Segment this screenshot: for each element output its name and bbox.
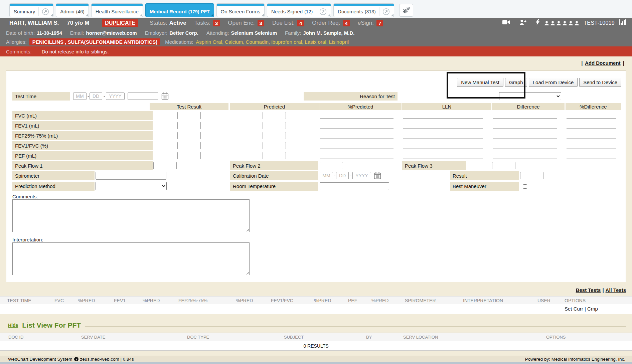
fvc-test-result-input[interactable] (177, 112, 201, 119)
load-from-device-button[interactable]: Load From Device (529, 78, 578, 87)
results-table-header: TEST TIME FVC %PRED FEV1 %PRED FEF25%-75… (0, 296, 632, 304)
due-list-badge[interactable]: 4 (297, 20, 304, 26)
patient-header: HART, WILLIAM S. 70 y/o M DUPLICATE Stat… (0, 18, 632, 46)
calendar-icon[interactable] (161, 92, 169, 100)
tab-medical-record[interactable]: Medical Record (179):PFT (145, 3, 214, 17)
add-document-link[interactable]: Add Document (585, 60, 621, 66)
list-column-doc-type[interactable]: DOC TYPE (187, 335, 209, 340)
fef-test-result-input[interactable] (177, 132, 201, 139)
user-group[interactable] (544, 21, 579, 26)
station-id: TEST-10019 (584, 20, 615, 26)
peak-flow-1-input[interactable] (153, 162, 177, 169)
test-time-mm-input[interactable] (73, 93, 87, 100)
list-view-column-header: DOC ID SERV DATE DOC TYPE SUBJECT BY SER… (0, 333, 632, 341)
pef-predicted-input[interactable] (263, 152, 286, 159)
blank-field (567, 149, 616, 149)
footer: WebChart Development System zeus.med-web… (0, 356, 632, 362)
blank-field (403, 139, 483, 139)
chart-icon[interactable] (619, 19, 626, 27)
employer-value: Better Corp. (169, 30, 198, 36)
footer-powered-by: Powered by: Medical Informatics Engineer… (525, 357, 625, 362)
allergies-badge[interactable]: PENICILLINS , SULFA(SULFONAMIDE ANTIBIOT… (29, 38, 160, 45)
test-time-yyyy-input[interactable] (106, 93, 125, 100)
tab-label: On Screen Forms (221, 9, 260, 14)
person-icon (574, 21, 579, 26)
blank-field (493, 159, 557, 159)
tab-summary[interactable]: Summary (9, 3, 53, 17)
list-column-serv-location[interactable]: SERV LOCATION (403, 335, 438, 340)
calibration-dd-input[interactable] (336, 172, 349, 179)
open-enc-badge[interactable]: 3 (258, 20, 264, 26)
tab-admin[interactable]: Admin (46) (56, 3, 89, 17)
email-value: horner@mieweb.com (86, 30, 137, 36)
blank-field (320, 149, 393, 149)
blank-field (403, 119, 483, 119)
popout-icon[interactable] (316, 7, 327, 16)
all-tests-link[interactable]: All Tests (606, 287, 626, 293)
fev1-predicted-input[interactable] (263, 122, 286, 129)
peak-flow-2-label: Peak Flow 2 (230, 161, 318, 170)
tab-needs-signed[interactable]: Needs Signed (12) (267, 3, 331, 17)
peak-flow-2-input[interactable] (320, 162, 343, 169)
hide-link[interactable]: Hide (8, 323, 18, 328)
add-document-row: | Add Document | (580, 60, 625, 66)
test-time-time-input[interactable] (128, 93, 158, 100)
col-header-percent-predicted: %Predicted (319, 103, 402, 110)
best-maneuver-checkbox[interactable] (523, 184, 527, 189)
calibration-yyyy-input[interactable] (352, 172, 371, 179)
spirometer-label: Spirometer (12, 171, 95, 180)
pef-test-result-input[interactable] (177, 152, 201, 159)
best-maneuver-label: Best Maneuver (450, 182, 519, 191)
blank-field (493, 129, 557, 129)
list-column-options[interactable]: OPTIONS (546, 335, 566, 340)
comments-textarea[interactable] (12, 199, 250, 232)
test-time-label: Test Time (12, 92, 70, 101)
tasks-badge[interactable]: 3 (213, 20, 220, 26)
cmp-link[interactable]: Cmp (587, 306, 598, 312)
fev1-test-result-input[interactable] (177, 122, 201, 129)
new-manual-test-button[interactable]: New Manual Test (457, 78, 503, 87)
reason-for-test-select[interactable] (499, 92, 561, 100)
list-view-header: Hide List View For PFT (8, 321, 626, 329)
fvc-predicted-input[interactable] (263, 112, 286, 119)
fev1-fvc-test-result-input[interactable] (177, 142, 201, 149)
blank-field (493, 149, 557, 149)
send-to-device-button[interactable]: Send to Device (579, 78, 621, 87)
fev1-fvc-predicted-input[interactable] (263, 142, 286, 149)
result-input[interactable] (520, 172, 543, 179)
popout-icon[interactable] (38, 7, 49, 16)
graph-button[interactable]: Graph (505, 78, 527, 87)
tab-on-screen-forms[interactable]: On Screen Forms (216, 3, 265, 17)
lightning-icon[interactable] (535, 19, 540, 27)
tab-documents[interactable]: Documents (313) (333, 3, 394, 17)
add-person-icon[interactable] (519, 19, 526, 27)
prediction-method-select[interactable] (96, 182, 167, 190)
row-actions: Set Curr | Cmp (565, 306, 598, 312)
room-temperature-input[interactable] (320, 182, 389, 190)
content-area: | Add Document | New Manual Test Graph L… (0, 56, 632, 364)
popout-icon[interactable] (379, 7, 390, 16)
fef-predicted-input[interactable] (263, 132, 286, 139)
duplicate-badge[interactable]: DUPLICATE (102, 19, 138, 27)
set-curr-link[interactable]: Set Curr (565, 306, 583, 312)
calibration-mm-input[interactable] (320, 172, 333, 179)
calendar-icon[interactable] (374, 172, 381, 179)
spirometer-input[interactable] (96, 172, 166, 180)
interpretation-textarea[interactable] (12, 242, 250, 275)
list-column-by[interactable]: BY (366, 335, 372, 340)
esign-badge[interactable]: 7 (376, 20, 383, 26)
list-column-serv-date[interactable]: SERV DATE (81, 335, 105, 340)
info-icon[interactable] (74, 357, 78, 361)
settings-gear-icon[interactable] (399, 4, 413, 17)
col-header-test-result: Test Result (150, 103, 228, 110)
peak-flow-3-input[interactable] (492, 162, 515, 169)
test-time-dd-input[interactable] (90, 93, 102, 100)
interpretation-label: Interpretation: (12, 237, 43, 242)
results-column-header: %PRED (236, 298, 253, 303)
tab-health-surveillance[interactable]: Health Surveillance (91, 3, 143, 17)
list-column-subject[interactable]: SUBJECT (284, 335, 304, 340)
list-column-doc-id[interactable]: DOC ID (8, 335, 24, 340)
order-req-badge[interactable]: 4 (343, 20, 349, 26)
video-camera-icon[interactable] (502, 20, 510, 26)
best-tests-link[interactable]: Best Tests (576, 287, 601, 293)
